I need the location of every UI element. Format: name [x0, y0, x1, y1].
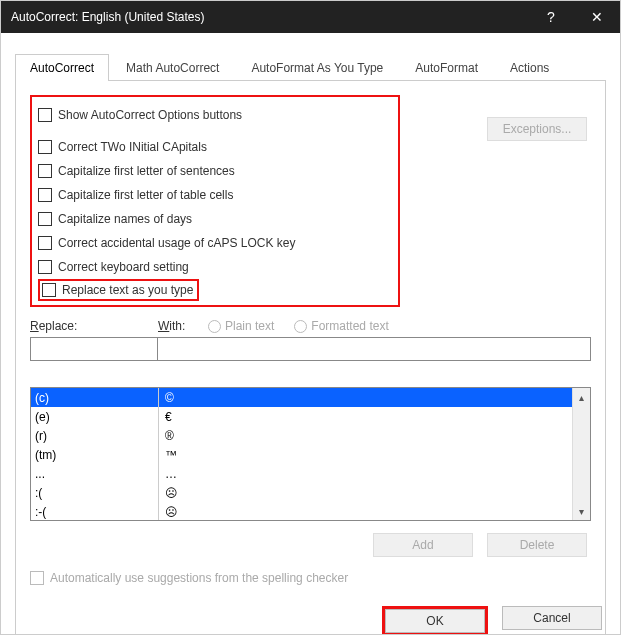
cell-to: … — [159, 467, 572, 481]
cell-from: (e) — [31, 407, 159, 426]
tab-actions[interactable]: Actions — [495, 54, 564, 81]
checkbox-icon — [30, 571, 44, 585]
checkbox-keyboard[interactable]: Correct keyboard setting — [38, 255, 392, 279]
window-title: AutoCorrect: English (United States) — [11, 10, 528, 24]
scrollbar[interactable]: ▴ ▾ — [572, 388, 590, 520]
radio-formatted-text: Formatted text — [294, 319, 388, 333]
scroll-up-icon[interactable]: ▴ — [573, 388, 590, 406]
scroll-track[interactable] — [573, 406, 590, 502]
exceptions-button[interactable]: Exceptions... — [487, 117, 587, 141]
tab-autoformat[interactable]: AutoFormat — [400, 54, 493, 81]
table-row[interactable]: ...… — [31, 464, 572, 483]
radio-icon — [208, 320, 221, 333]
help-button[interactable]: ? — [528, 1, 574, 33]
cell-from: :-( — [31, 502, 159, 520]
checkbox-label: Correct keyboard setting — [58, 260, 189, 274]
checkbox-icon — [38, 140, 52, 154]
checkbox-icon — [38, 188, 52, 202]
tab-pane: Exceptions... Show AutoCorrect Options b… — [15, 81, 606, 635]
tab-math-autocorrect[interactable]: Math AutoCorrect — [111, 54, 234, 81]
add-button[interactable]: Add — [373, 533, 473, 557]
checkbox-label: Replace text as you type — [62, 283, 193, 297]
checkbox-icon — [38, 236, 52, 250]
ok-button-highlight: OK — [382, 606, 488, 635]
table-row[interactable]: :(☹ — [31, 483, 572, 502]
table-row[interactable]: (e)€ — [31, 407, 572, 426]
scroll-down-icon[interactable]: ▾ — [573, 502, 590, 520]
checkbox-icon — [42, 283, 56, 297]
close-button[interactable]: ✕ — [574, 1, 620, 33]
checkbox-icon — [38, 212, 52, 226]
autocorrect-table: (c)©(e)€(r)®(tm)™...…:(☹:-(☹ ▴ ▾ — [30, 387, 591, 521]
checkbox-label: Capitalize first letter of sentences — [58, 164, 235, 178]
delete-button[interactable]: Delete — [487, 533, 587, 557]
cell-to: ® — [159, 429, 572, 443]
checkbox-label: Correct TWo INitial CApitals — [58, 140, 207, 154]
radio-label: Formatted text — [311, 319, 388, 333]
table-row[interactable]: (tm)™ — [31, 445, 572, 464]
radio-plain-text: Plain text — [208, 319, 274, 333]
checkbox-label: Automatically use suggestions from the s… — [50, 571, 348, 585]
ok-button[interactable]: OK — [385, 609, 485, 633]
checkbox-first-sentence[interactable]: Capitalize first letter of sentences — [38, 159, 392, 183]
cell-to: ☹ — [159, 486, 572, 500]
replace-labels-row: Replace: With: Plain text Formatted text — [30, 319, 591, 333]
checkbox-label: Capitalize first letter of table cells — [58, 188, 233, 202]
dialog-footer: OK Cancel — [382, 606, 602, 635]
radio-label: Plain text — [225, 319, 274, 333]
checkbox-show-options[interactable]: Show AutoCorrect Options buttons — [38, 103, 392, 127]
replace-label: Replace: — [30, 319, 158, 333]
checkbox-label: Show AutoCorrect Options buttons — [58, 108, 242, 122]
checkbox-icon — [38, 260, 52, 274]
table-buttons-row: Add Delete — [30, 533, 591, 557]
highlighted-options-group: Show AutoCorrect Options buttons Correct… — [30, 95, 400, 307]
dialog-content: AutoCorrect Math AutoCorrect AutoFormat … — [1, 33, 620, 635]
cell-from: ... — [31, 464, 159, 483]
table-body[interactable]: (c)©(e)€(r)®(tm)™...…:(☹:-(☹ — [31, 388, 572, 520]
cell-to: € — [159, 410, 572, 424]
with-label: With: — [158, 319, 208, 333]
tab-autocorrect[interactable]: AutoCorrect — [15, 54, 109, 81]
table-row[interactable]: (r)® — [31, 426, 572, 445]
checkbox-icon — [38, 164, 52, 178]
table-row[interactable]: :-(☹ — [31, 502, 572, 520]
cell-to: ☹ — [159, 505, 572, 519]
checkbox-two-initial[interactable]: Correct TWo INitial CApitals — [38, 135, 392, 159]
checkbox-replace-type[interactable]: Replace text as you type — [38, 279, 199, 301]
radio-icon — [294, 320, 307, 333]
cell-from: (tm) — [31, 445, 159, 464]
checkbox-label: Correct accidental usage of cAPS LOCK ke… — [58, 236, 295, 250]
replace-input[interactable] — [30, 337, 158, 361]
replace-input-row — [30, 337, 591, 361]
cell-to: ™ — [159, 448, 572, 462]
checkbox-label: Capitalize names of days — [58, 212, 192, 226]
cell-from: (c) — [31, 388, 159, 407]
cancel-button[interactable]: Cancel — [502, 606, 602, 630]
cell-from: :( — [31, 483, 159, 502]
titlebar: AutoCorrect: English (United States) ? ✕ — [1, 1, 620, 33]
cell-from: (r) — [31, 426, 159, 445]
tab-strip: AutoCorrect Math AutoCorrect AutoFormat … — [15, 53, 606, 81]
checkbox-auto-suggest: Automatically use suggestions from the s… — [30, 571, 591, 585]
with-input[interactable] — [158, 337, 591, 361]
table-row[interactable]: (c)© — [31, 388, 572, 407]
checkbox-caps-lock[interactable]: Correct accidental usage of cAPS LOCK ke… — [38, 231, 392, 255]
checkbox-icon — [38, 108, 52, 122]
cell-to: © — [159, 391, 572, 405]
checkbox-days[interactable]: Capitalize names of days — [38, 207, 392, 231]
checkbox-first-table[interactable]: Capitalize first letter of table cells — [38, 183, 392, 207]
tab-autoformat-type[interactable]: AutoFormat As You Type — [236, 54, 398, 81]
